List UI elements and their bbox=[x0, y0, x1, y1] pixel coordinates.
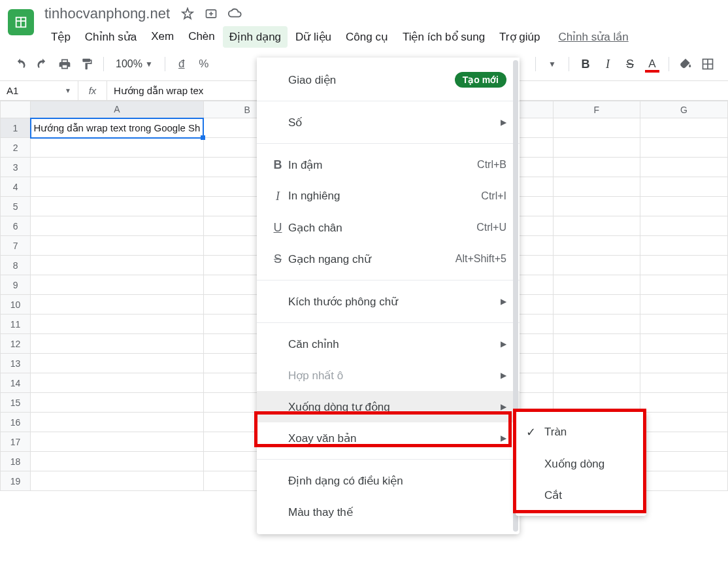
cell[interactable] bbox=[553, 393, 640, 413]
menu-format[interactable]: Định dạng bbox=[223, 26, 288, 48]
cell[interactable] bbox=[553, 118, 640, 138]
cell[interactable] bbox=[553, 197, 640, 216]
row-header[interactable]: 19 bbox=[1, 471, 31, 491]
row-header[interactable]: 10 bbox=[1, 295, 31, 314]
menu-item-number[interactable]: Số ▶ bbox=[257, 107, 520, 138]
cloud-icon[interactable] bbox=[227, 7, 242, 21]
menu-help[interactable]: Trợ giúp bbox=[493, 26, 546, 48]
percent-button[interactable]: % bbox=[194, 54, 214, 74]
cell[interactable] bbox=[640, 471, 728, 491]
cell[interactable] bbox=[31, 432, 204, 452]
row-header[interactable]: 13 bbox=[1, 354, 31, 373]
cell-a1[interactable]: Hướng dẫn wrap text trong Google Sh bbox=[31, 118, 204, 138]
row-header[interactable]: 15 bbox=[1, 393, 31, 413]
cell[interactable] bbox=[31, 334, 204, 354]
row-header[interactable]: 4 bbox=[1, 177, 31, 197]
menu-item-strikethrough[interactable]: S Gạch ngang chữ Alt+Shift+5 bbox=[257, 243, 520, 275]
cell[interactable] bbox=[553, 138, 640, 158]
row-header[interactable]: 2 bbox=[1, 138, 31, 158]
cell[interactable] bbox=[640, 216, 728, 236]
move-icon[interactable] bbox=[204, 7, 218, 21]
menu-data[interactable]: Dữ liệu bbox=[289, 26, 338, 48]
cell[interactable] bbox=[553, 236, 640, 256]
cell[interactable] bbox=[31, 158, 204, 177]
italic-icon[interactable]: I bbox=[598, 54, 618, 74]
cell[interactable] bbox=[553, 158, 640, 177]
menu-item-text-wrapping[interactable]: Xuống dòng tự động ▶ bbox=[257, 391, 520, 422]
zoom-select[interactable]: 100% ▼ bbox=[110, 58, 158, 70]
menu-item-alternating-colors[interactable]: Màu thay thế bbox=[257, 496, 520, 528]
cell[interactable] bbox=[553, 314, 640, 334]
row-header[interactable]: 17 bbox=[1, 432, 31, 452]
cell[interactable] bbox=[640, 275, 728, 295]
cell[interactable] bbox=[640, 295, 728, 314]
row-header[interactable]: 7 bbox=[1, 236, 31, 256]
cell[interactable] bbox=[640, 452, 728, 471]
cell[interactable] bbox=[31, 216, 204, 236]
document-title[interactable]: tinhocvanphong.net bbox=[44, 5, 170, 22]
cell[interactable] bbox=[31, 138, 204, 158]
row-header[interactable]: 9 bbox=[1, 275, 31, 295]
menu-addons[interactable]: Tiện ích bổ sung bbox=[396, 26, 491, 48]
cell[interactable] bbox=[553, 256, 640, 275]
menu-item-bold[interactable]: B In đậm Ctrl+B bbox=[257, 149, 520, 180]
cell[interactable] bbox=[553, 334, 640, 354]
cell[interactable] bbox=[31, 373, 204, 393]
cell[interactable] bbox=[553, 177, 640, 197]
row-header[interactable]: 12 bbox=[1, 334, 31, 354]
row-header[interactable]: 8 bbox=[1, 256, 31, 275]
cell[interactable] bbox=[31, 236, 204, 256]
cell[interactable] bbox=[640, 197, 728, 216]
submenu-item-clip[interactable]: Cắt bbox=[516, 479, 646, 511]
cell[interactable] bbox=[31, 275, 204, 295]
paint-format-icon[interactable] bbox=[77, 54, 97, 74]
menu-view[interactable]: Xem bbox=[144, 26, 180, 48]
cell[interactable] bbox=[31, 471, 204, 491]
col-header-f[interactable]: F bbox=[553, 101, 640, 118]
cell[interactable] bbox=[640, 373, 728, 393]
cell[interactable] bbox=[640, 334, 728, 354]
bold-icon[interactable]: B bbox=[576, 54, 595, 74]
cell[interactable] bbox=[640, 314, 728, 334]
row-header[interactable]: 1 bbox=[1, 118, 31, 138]
cell[interactable] bbox=[640, 138, 728, 158]
cell[interactable] bbox=[31, 452, 204, 471]
cell[interactable] bbox=[640, 354, 728, 373]
row-header[interactable]: 18 bbox=[1, 452, 31, 471]
row-header[interactable]: 16 bbox=[1, 413, 31, 432]
submenu-item-wrap[interactable]: Xuống dòng bbox=[516, 448, 646, 479]
cell[interactable] bbox=[640, 118, 728, 138]
menu-tools[interactable]: Công cụ bbox=[339, 26, 395, 48]
cell[interactable] bbox=[553, 275, 640, 295]
cell[interactable] bbox=[31, 295, 204, 314]
row-header[interactable]: 11 bbox=[1, 314, 31, 334]
chevron-down-icon[interactable]: ▼ bbox=[542, 54, 562, 74]
fill-color-icon[interactable] bbox=[676, 54, 695, 74]
name-box[interactable]: A1 ▼ bbox=[0, 81, 78, 100]
col-header-g[interactable]: G bbox=[640, 101, 728, 118]
cell[interactable] bbox=[640, 158, 728, 177]
select-all-corner[interactable] bbox=[1, 101, 31, 118]
menu-item-theme[interactable]: Giao diện Tạo mới bbox=[257, 64, 520, 95]
menu-item-fontsize[interactable]: Kích thước phông chữ ▶ bbox=[257, 286, 520, 317]
cell[interactable] bbox=[31, 413, 204, 432]
menu-item-underline[interactable]: U Gạch chân Ctrl+U bbox=[257, 212, 520, 243]
row-header[interactable]: 3 bbox=[1, 158, 31, 177]
cell[interactable] bbox=[553, 216, 640, 236]
undo-icon[interactable] bbox=[10, 54, 30, 74]
row-header[interactable]: 6 bbox=[1, 216, 31, 236]
strikethrough-icon[interactable]: S bbox=[620, 54, 640, 74]
menu-edit[interactable]: Chỉnh sửa bbox=[78, 26, 143, 48]
row-header[interactable]: 5 bbox=[1, 197, 31, 216]
last-edit-link[interactable]: Chỉnh sửa lần bbox=[558, 26, 628, 48]
menu-item-conditional-formatting[interactable]: Định dạng có điều kiện bbox=[257, 465, 520, 496]
currency-button[interactable]: đ bbox=[172, 54, 191, 74]
cell[interactable] bbox=[640, 432, 728, 452]
cell[interactable] bbox=[31, 393, 204, 413]
menu-item-italic[interactable]: I In nghiêng Ctrl+I bbox=[257, 180, 520, 212]
text-color-icon[interactable]: A bbox=[642, 54, 662, 74]
cell[interactable] bbox=[553, 295, 640, 314]
menu-insert[interactable]: Chèn bbox=[182, 26, 222, 48]
borders-icon[interactable] bbox=[698, 54, 718, 74]
cell[interactable] bbox=[31, 256, 204, 275]
